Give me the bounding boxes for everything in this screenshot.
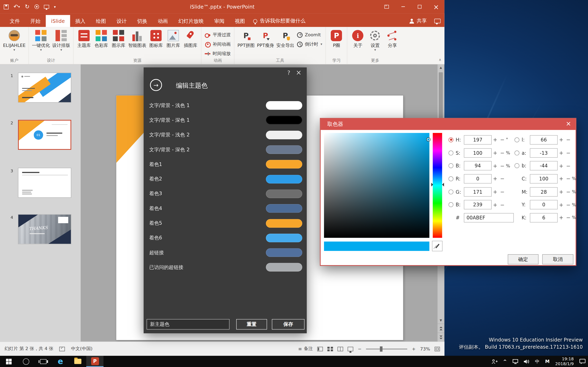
k-increment[interactable]: +	[558, 215, 565, 221]
zoom-level[interactable]: 73%	[420, 346, 430, 351]
language-indicator[interactable]: 中文(中国)	[71, 346, 93, 352]
lab-b-decrement[interactable]: −	[565, 163, 572, 169]
picture-library-button[interactable]: 图片库	[165, 28, 182, 49]
taskbar-clock[interactable]: 19:18 2018/1/9	[555, 357, 574, 366]
r-input[interactable]	[464, 174, 492, 184]
account-button[interactable]: ELIJAHLEE ▾	[2, 28, 27, 52]
l-decrement[interactable]: −	[565, 137, 572, 143]
b-increment[interactable]: +	[492, 163, 499, 169]
theme-color-swatch[interactable]	[266, 101, 302, 110]
tab-design[interactable]: 设计	[111, 15, 132, 27]
smooth-transition-button[interactable]: 平滑过渡	[205, 31, 231, 39]
ribbon-display-options-icon[interactable]	[378, 0, 395, 13]
a-input[interactable]	[530, 148, 558, 157]
next-slide-button[interactable]	[438, 333, 444, 342]
theme-color-swatch[interactable]	[266, 263, 302, 272]
settings-button[interactable]: 设置 ▾	[366, 28, 384, 52]
normal-view-icon[interactable]	[317, 347, 323, 351]
a-increment[interactable]: +	[558, 150, 565, 156]
tab-islide[interactable]: iSlide	[46, 15, 70, 27]
file-explorer-button[interactable]	[69, 356, 86, 367]
color-picker-titlebar[interactable]: 取色器 ×	[320, 119, 576, 130]
minimize-button[interactable]: ─	[395, 0, 411, 13]
theme-color-swatch[interactable]	[266, 131, 302, 139]
notes-toggle[interactable]: ≡ 备注	[298, 346, 313, 352]
slideshow-icon[interactable]	[348, 347, 354, 351]
previous-slide-button[interactable]	[438, 324, 444, 333]
color-picker-close-icon[interactable]: ×	[566, 120, 571, 127]
y-decrement[interactable]: −	[565, 202, 572, 208]
theme-color-swatch[interactable]	[266, 175, 302, 183]
tab-home[interactable]: 开始	[25, 15, 46, 27]
k-decrement[interactable]: −	[565, 215, 572, 221]
slide-thumbnail-4[interactable]: 4 THANKS	[18, 214, 71, 244]
a-decrement[interactable]: −	[565, 150, 572, 156]
m-decrement[interactable]: −	[565, 189, 572, 195]
c-decrement[interactable]: −	[565, 176, 572, 182]
reset-button[interactable]: 重置	[236, 319, 267, 329]
y-input[interactable]	[530, 200, 558, 209]
channel-radio-l[interactable]	[515, 137, 519, 142]
zoom-slider-thumb[interactable]	[380, 346, 382, 351]
l-increment[interactable]: +	[558, 137, 565, 143]
comment-icon[interactable]	[434, 19, 441, 23]
tell-me-box[interactable]: 告诉我你想要做什么	[253, 15, 305, 27]
b2-input[interactable]	[464, 200, 492, 209]
edge-button[interactable]: e	[52, 356, 69, 367]
ppt-puzzle-button[interactable]: P PPT拼图	[236, 28, 256, 49]
c-increment[interactable]: +	[558, 176, 565, 182]
start-button[interactable]	[0, 356, 17, 367]
maximize-button[interactable]	[411, 0, 428, 13]
share-button[interactable]: 共享	[409, 17, 427, 24]
close-button[interactable]: ×	[428, 0, 444, 13]
m-increment[interactable]: +	[558, 189, 565, 195]
tab-slideshow[interactable]: 幻灯片放映	[173, 15, 209, 27]
slide-thumbnail-2[interactable]: 2 01	[18, 120, 71, 150]
theme-color-swatch[interactable]	[266, 189, 302, 198]
y-increment[interactable]: +	[558, 202, 565, 208]
new-theme-name-input[interactable]	[147, 319, 229, 329]
hue-slider-marker-right[interactable]	[442, 183, 444, 186]
smart-chart-button[interactable]: 智能图表	[127, 28, 147, 49]
color-library-button[interactable]: 色彩库	[93, 28, 110, 49]
share-islide-button[interactable]: 分享	[384, 28, 401, 49]
tab-insert[interactable]: 插入	[70, 15, 91, 27]
spellcheck-icon[interactable]	[60, 347, 65, 351]
channel-radio-s[interactable]	[449, 150, 453, 155]
hex-input[interactable]	[464, 213, 514, 222]
channel-radio-r[interactable]	[449, 176, 453, 181]
g-increment[interactable]: +	[492, 189, 499, 195]
theme-color-swatch[interactable]	[266, 160, 302, 169]
ime-mode-indicator[interactable]: M	[545, 359, 550, 364]
theme-color-swatch[interactable]	[266, 234, 302, 242]
diagram-library-button[interactable]: 图示库	[110, 28, 127, 49]
task-view-button[interactable]	[35, 356, 52, 367]
g-input[interactable]	[464, 187, 492, 197]
channel-radio-g[interactable]	[449, 189, 453, 194]
hue-slider-marker-left[interactable]	[431, 183, 433, 186]
action-center-icon[interactable]	[579, 359, 586, 364]
zoom-out-button[interactable]: −	[358, 346, 362, 351]
tab-view[interactable]: 视图	[229, 15, 250, 27]
one-key-optimize-button[interactable]: 一键优化 ▾	[31, 28, 51, 52]
hue-slider[interactable]	[433, 133, 442, 238]
h-input[interactable]	[464, 135, 492, 145]
theme-color-swatch[interactable]	[266, 116, 302, 124]
lab-b-increment[interactable]: +	[558, 163, 565, 169]
c-input[interactable]	[530, 174, 558, 184]
h-increment[interactable]: +	[492, 137, 499, 143]
powerpoint-taskbar-button[interactable]: P	[86, 356, 103, 367]
illustration-library-button[interactable]: 插图库	[182, 28, 199, 49]
tab-review[interactable]: 审阅	[209, 15, 229, 27]
channel-radio-b[interactable]	[449, 163, 453, 168]
theme-color-swatch[interactable]	[266, 204, 302, 213]
slide-thumbnail-3[interactable]: 3	[18, 168, 71, 198]
s-decrement[interactable]: −	[499, 150, 506, 156]
m-input[interactable]	[530, 187, 558, 197]
k-input[interactable]	[530, 213, 558, 222]
timeline-zoom-button[interactable]: 时间缩放	[205, 49, 231, 58]
channel-radio-h[interactable]	[449, 137, 453, 142]
zoom-slider[interactable]	[366, 349, 407, 349]
ok-button[interactable]: 确定	[508, 254, 539, 264]
tab-file[interactable]: 文件	[4, 15, 25, 27]
